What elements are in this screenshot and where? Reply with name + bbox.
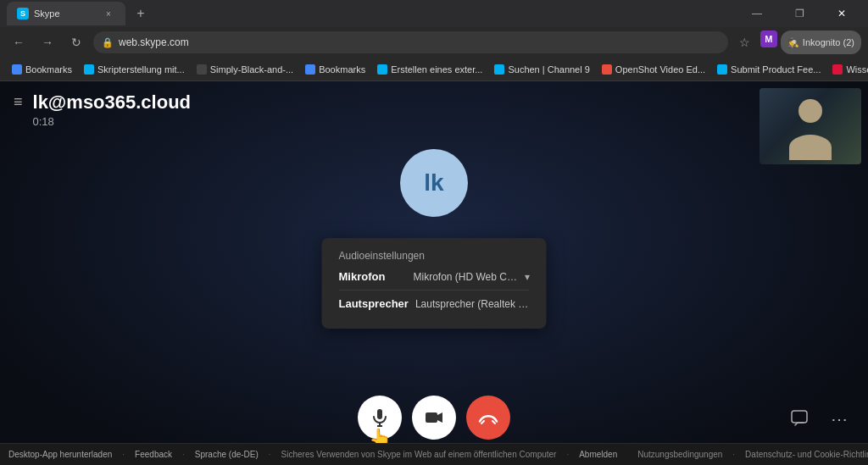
bookmark-favicon-3: [305, 64, 315, 75]
ms-extension-button[interactable]: M: [760, 30, 777, 47]
incognito-badge: 🕵 Inkognito (2): [781, 30, 861, 54]
avatar-initials: lk: [424, 169, 443, 197]
bookmark-label-5: Suchen | Channel 9: [508, 64, 589, 75]
bookmark-label-8: Wissensdatenbank...: [846, 64, 868, 75]
audio-settings-title: Audioeinstellungen: [339, 250, 530, 262]
mic-label: Mikrofon: [339, 270, 407, 283]
tab-title: Skype: [34, 8, 97, 19]
close-button[interactable]: ✕: [822, 0, 861, 27]
bookmark-item-4[interactable]: Erstellen eines exter...: [372, 63, 487, 76]
bookmark-favicon-6: [602, 64, 612, 75]
mic-value: Mikrofon (HD Web Camera)...: [414, 271, 518, 283]
call-title: lk@mso365.cloud: [33, 91, 826, 113]
bookmark-favicon-0: [12, 64, 22, 75]
svg-rect-3: [377, 409, 382, 419]
bookmark-label-0: Bookmarks: [25, 64, 72, 75]
title-bar: S Skype × + — ❐ ✕: [0, 0, 868, 27]
bookmark-favicon-7: [717, 64, 727, 75]
window-controls: — ❐ ✕: [737, 0, 861, 27]
bookmark-label-7: Submit Product Fee...: [731, 64, 821, 75]
mic-row: Mikrofon Mikrofon (HD Web Camera)... ▾: [339, 270, 530, 283]
bookmark-item-7[interactable]: Submit Product Fee...: [712, 63, 826, 76]
bookmark-favicon-5: [494, 64, 504, 75]
skype-menu-icon[interactable]: ≡: [14, 93, 23, 111]
bookmark-star-button[interactable]: ☆: [733, 30, 757, 54]
bookmark-label-4: Erstellen eines exter...: [391, 64, 482, 75]
incognito-icon: 🕵: [787, 37, 799, 48]
speaker-value: Lautsprecher (Realtek High ...: [415, 298, 530, 310]
mic-area: 👆 Stummschalten (STRG+M): [358, 396, 402, 440]
bookmark-label-3: Bookmarks: [319, 64, 365, 75]
bookmark-item-0[interactable]: Bookmarks: [7, 63, 77, 76]
mute-button[interactable]: [358, 396, 402, 440]
forward-button[interactable]: →: [36, 30, 59, 54]
incognito-label: Inkognito (2): [803, 37, 854, 47]
url-text: web.skype.com: [119, 36, 189, 48]
bookmark-item-8[interactable]: Wissensdatenbank...: [827, 63, 868, 76]
bookmarks-bar: Bookmarks Skripterstellung mit... Simply…: [0, 58, 868, 81]
address-right-icons: ☆ M 🕵 Inkognito (2): [733, 30, 861, 54]
bookmark-item-5[interactable]: Suchen | Channel 9: [489, 63, 594, 76]
bottom-status-bar: Desktop-App herunterladen · Feedback · S…: [0, 443, 868, 465]
call-controls: 👆 Stummschalten (STRG+M): [358, 396, 510, 440]
bookmark-item-3[interactable]: Bookmarks: [300, 63, 370, 76]
bookmark-favicon-2: [197, 64, 207, 75]
chat-button[interactable]: [785, 404, 815, 435]
active-tab[interactable]: S Skype ×: [7, 2, 125, 25]
bottom-safety: Sicheres Verwenden von Skype im Web auf …: [281, 450, 557, 459]
avatar-area: lk: [400, 149, 468, 217]
call-background: ≡ lk@mso365.cloud 0:18 lk Au: [0, 81, 868, 465]
skype-topbar: ≡ lk@mso365.cloud 0:18: [0, 81, 868, 128]
tab-close-button[interactable]: ×: [102, 7, 115, 20]
audio-settings-popup: Audioeinstellungen Mikrofon Mikrofon (HD…: [322, 238, 547, 329]
self-video-thumbnail: [760, 88, 861, 164]
url-bar[interactable]: 🔒 web.skype.com: [93, 31, 728, 53]
minimize-button[interactable]: —: [737, 0, 776, 27]
avatar-circle: lk: [400, 149, 468, 217]
more-options-button[interactable]: ⋯: [824, 404, 854, 435]
back-button[interactable]: ←: [7, 30, 31, 54]
tab-area: S Skype × +: [7, 2, 731, 25]
lock-icon: 🔒: [102, 37, 114, 48]
restore-button[interactable]: ❐: [780, 0, 819, 27]
tab-favicon: S: [17, 8, 29, 19]
bookmark-label-2: Simply-Black-and-...: [210, 64, 293, 75]
bookmark-favicon-4: [377, 64, 387, 75]
bottom-feedback[interactable]: Feedback: [135, 450, 172, 459]
video-button[interactable]: [412, 396, 456, 440]
svg-rect-7: [792, 411, 807, 423]
speaker-row: Lautsprecher Lautsprecher (Realtek High …: [339, 297, 530, 310]
new-tab-button[interactable]: +: [129, 2, 153, 25]
bottom-privacy[interactable]: Datenschutz- und Cookie-Richtlinie: [745, 450, 868, 459]
address-bar: ← → ↻ 🔒 web.skype.com ☆ M 🕵 Inkognito (2…: [0, 27, 868, 58]
right-icons: ⋯: [785, 404, 854, 435]
call-duration: 0:18: [33, 115, 826, 128]
mic-dropdown-arrow[interactable]: ▾: [525, 271, 530, 283]
bottom-download[interactable]: Desktop-App herunterladen: [8, 450, 112, 459]
more-icon: ⋯: [831, 409, 849, 429]
bookmark-item-6[interactable]: OpenShot Video Ed...: [597, 63, 710, 76]
svg-rect-6: [426, 412, 437, 423]
bookmark-favicon-8: [832, 64, 843, 75]
bookmark-item-2[interactable]: Simply-Black-and-...: [192, 63, 298, 76]
audio-divider: [339, 290, 530, 291]
bottom-tos[interactable]: Nutzungsbedingungen: [637, 450, 722, 459]
self-video-placeholder: [760, 88, 861, 164]
bottom-language[interactable]: Sprache (de-DE): [195, 450, 259, 459]
end-call-button[interactable]: [466, 396, 510, 440]
bookmark-label-1: Skripterstellung mit...: [97, 64, 185, 75]
bookmark-label-6: OpenShot Video Ed...: [615, 64, 705, 75]
bottom-signout[interactable]: Abmelden: [579, 450, 617, 459]
speaker-label: Lautsprecher: [339, 297, 409, 310]
bookmark-favicon-1: [84, 64, 94, 75]
bookmark-item-1[interactable]: Skripterstellung mit...: [79, 63, 190, 76]
skype-title-area: lk@mso365.cloud 0:18: [33, 91, 826, 128]
refresh-button[interactable]: ↻: [64, 30, 88, 54]
